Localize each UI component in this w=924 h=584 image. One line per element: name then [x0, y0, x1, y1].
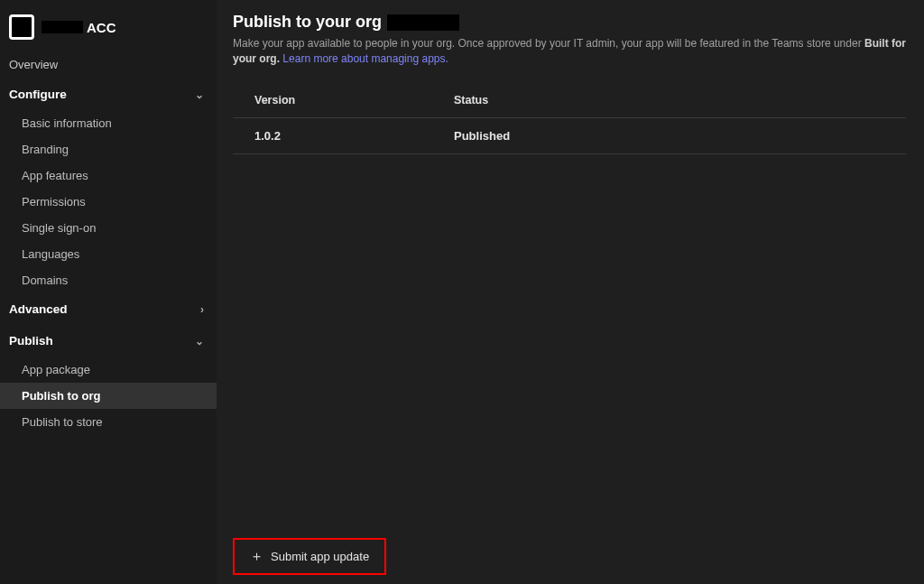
- redacted-block: [387, 14, 459, 31]
- highlight-box: ＋ Submit app update: [233, 538, 386, 575]
- chevron-down-icon: ⌄: [195, 335, 204, 348]
- nav-label: App package: [22, 363, 90, 376]
- redacted-block: [42, 21, 83, 33]
- app-icon: [9, 14, 34, 40]
- page-description: Make your app available to people in you…: [233, 36, 906, 67]
- nav-label: Publish: [9, 334, 53, 348]
- chevron-down-icon: ⌄: [195, 88, 204, 101]
- nav-publish-to-org[interactable]: Publish to org: [0, 383, 217, 409]
- plus-icon: ＋: [250, 548, 263, 565]
- page-title: Publish to your org: [233, 13, 906, 32]
- footer-actions: ＋ Submit app update: [233, 538, 386, 575]
- nav-configure[interactable]: Configure ⌄: [0, 79, 217, 110]
- nav-label: Branding: [22, 143, 69, 156]
- nav-label: Single sign-on: [22, 221, 96, 235]
- nav-label: Publish to org: [22, 389, 100, 403]
- main-content: Publish to your org Make your app availa…: [217, 0, 924, 584]
- submit-app-update-button[interactable]: ＋ Submit app update: [237, 542, 382, 570]
- nav-label: Basic information: [22, 116, 112, 130]
- nav-advanced[interactable]: Advanced ›: [0, 293, 217, 325]
- nav-publish[interactable]: Publish ⌄: [0, 325, 217, 357]
- table-row[interactable]: 1.0.2 Published: [233, 118, 906, 154]
- nav-basic-info[interactable]: Basic information: [0, 110, 217, 136]
- nav-label: Permissions: [22, 195, 86, 209]
- col-header-status: Status: [454, 94, 906, 107]
- app-name: ACC: [42, 20, 116, 35]
- nav-label: Overview: [9, 58, 58, 71]
- cell-version: 1.0.2: [233, 129, 454, 143]
- chevron-right-icon: ›: [200, 303, 204, 316]
- nav-sso[interactable]: Single sign-on: [0, 215, 217, 241]
- learn-more-link[interactable]: Learn more about managing apps.: [282, 52, 448, 65]
- app-header: ACC: [0, 9, 217, 51]
- cell-status: Published: [454, 129, 906, 143]
- nav-domains[interactable]: Domains: [0, 267, 217, 293]
- nav-app-package[interactable]: App package: [0, 357, 217, 383]
- nav-overview[interactable]: Overview: [0, 51, 217, 79]
- nav-publish-to-store[interactable]: Publish to store: [0, 409, 217, 435]
- nav-label: Configure: [9, 88, 67, 101]
- nav-label: Domains: [22, 273, 68, 287]
- desc-text: Make your app available to people in you…: [233, 37, 864, 50]
- title-text: Publish to your org: [233, 13, 382, 32]
- nav-languages[interactable]: Languages: [0, 241, 217, 267]
- nav-permissions[interactable]: Permissions: [0, 189, 217, 215]
- nav-label: App features: [22, 169, 88, 182]
- nav-label: Advanced: [9, 302, 68, 316]
- version-table: Version Status 1.0.2 Published: [233, 83, 906, 154]
- table-header-row: Version Status: [233, 83, 906, 118]
- col-header-version: Version: [233, 94, 454, 107]
- button-label: Submit app update: [271, 550, 369, 563]
- nav-branding[interactable]: Branding: [0, 136, 217, 162]
- sidebar: ACC Overview Configure ⌄ Basic informati…: [0, 0, 217, 584]
- nav-label: Publish to store: [22, 415, 103, 429]
- nav-app-features[interactable]: App features: [0, 162, 217, 189]
- app-label: ACC: [87, 20, 116, 35]
- nav-label: Languages: [22, 247, 79, 261]
